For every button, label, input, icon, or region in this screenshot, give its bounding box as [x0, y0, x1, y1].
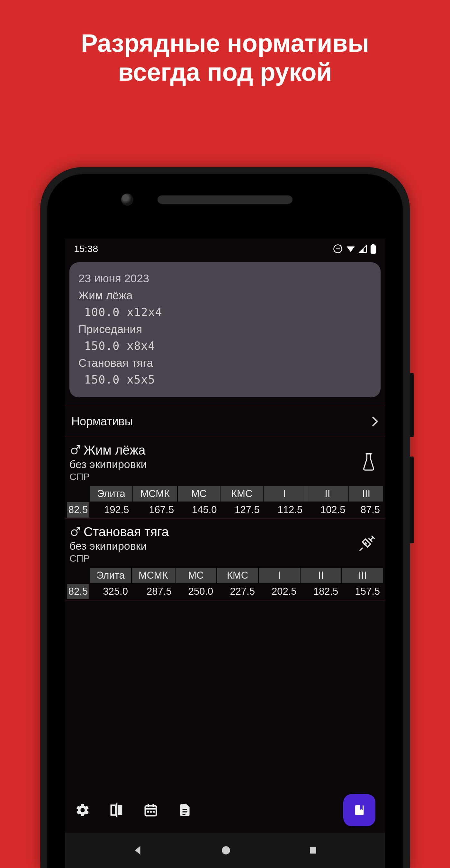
lift-federation: СПР: [69, 553, 358, 564]
phone-frame: 15:38 23 июня 2023 Жим лёжа 100.0 x12x4 …: [40, 167, 410, 868]
standard-value: 182.5: [300, 584, 342, 599]
app-screen: 15:38 23 июня 2023 Жим лёжа 100.0 x12x4 …: [65, 239, 385, 868]
grade-header: КМС: [217, 568, 258, 583]
lift-subtitle: без экипировки: [69, 458, 361, 471]
table-row: 82.5 325.0 287.5 250.0 227.5 202.5 182.5…: [67, 584, 383, 599]
workout-set: 150.0 x8x4: [78, 338, 372, 354]
status-time: 15:38: [74, 243, 98, 254]
table-header-row: Элита МСМК МС КМС I II III: [67, 568, 383, 583]
svg-line-13: [365, 542, 366, 544]
standard-value: 127.5: [221, 502, 263, 518]
status-icons: [333, 244, 376, 254]
grade-header: I: [259, 568, 300, 583]
standard-value: 157.5: [342, 584, 383, 599]
svg-rect-11: [362, 539, 371, 547]
camera: [121, 193, 133, 206]
lift-title: Становая тяга: [84, 525, 169, 539]
standard-value: 87.5: [349, 502, 383, 518]
grade-header: Элита: [90, 486, 132, 501]
back-icon[interactable]: [132, 844, 144, 856]
gear-icon: [75, 803, 90, 817]
workout-card[interactable]: 23 июня 2023 Жим лёжа 100.0 x12x4 Присед…: [69, 262, 381, 397]
grade-header: МС: [175, 568, 217, 583]
system-nav: [65, 833, 385, 868]
earpiece: [158, 195, 292, 204]
grade-header: КМС: [221, 486, 263, 501]
grade-header: МСМК: [132, 568, 175, 583]
standards-label: Нормативы: [71, 415, 133, 428]
lift-subtitle: без экипировки: [69, 540, 358, 552]
grade-header: Элита: [90, 568, 131, 583]
lift-block[interactable]: Становая тяга без экипировки СПР Элита М…: [65, 519, 385, 600]
phone-inner: 15:38 23 июня 2023 Жим лёжа 100.0 x12x4 …: [47, 174, 403, 868]
standard-value: 325.0: [90, 584, 131, 599]
document-icon: [178, 803, 192, 817]
svg-rect-3: [371, 245, 376, 254]
side-button: [410, 373, 414, 437]
standards-table: Элита МСМК МС КМС I II III 82.5 192.5 16…: [66, 486, 384, 518]
calendar-button[interactable]: [143, 802, 159, 818]
syringe-icon: [358, 534, 376, 552]
standard-value: 102.5: [306, 502, 348, 518]
grade-header: II: [300, 568, 342, 583]
svg-line-7: [76, 528, 80, 531]
compare-button[interactable]: [109, 802, 125, 818]
grade-header: II: [306, 486, 348, 501]
standard-value: 250.0: [175, 584, 217, 599]
promo-line1: Разрядные нормативы: [81, 29, 369, 57]
standards-row[interactable]: Нормативы: [65, 406, 385, 437]
notes-button[interactable]: [177, 802, 193, 818]
grade-header: МСМК: [133, 486, 178, 501]
standard-value: 287.5: [132, 584, 175, 599]
standard-value: 192.5: [90, 502, 132, 518]
workout-set: 150.0 x5x5: [78, 371, 372, 389]
grade-header: I: [264, 486, 306, 501]
standard-value: 202.5: [259, 584, 300, 599]
weight-class: 82.5: [67, 584, 89, 599]
promo-line2: всегда под рукой: [118, 58, 332, 86]
calendar-icon: [143, 803, 158, 817]
compare-icon: [109, 803, 124, 817]
status-bar: 15:38: [65, 239, 385, 259]
home-icon[interactable]: [221, 845, 231, 856]
flask-icon: [361, 453, 376, 471]
lift-federation: СПР: [69, 471, 361, 482]
lift-title: Жим лёжа: [84, 443, 145, 458]
settings-button[interactable]: [74, 802, 91, 818]
recents-icon[interactable]: [308, 845, 318, 855]
chevron-right-icon: [372, 416, 379, 427]
standard-value: 167.5: [133, 502, 178, 518]
svg-rect-18: [145, 806, 157, 816]
svg-point-26: [222, 846, 230, 855]
standard-value: 227.5: [217, 584, 258, 599]
bottom-nav: [65, 791, 385, 830]
grade-header: III: [349, 486, 383, 501]
svg-line-12: [360, 548, 362, 550]
workout-exercise: Приседания: [78, 321, 372, 338]
dnd-icon: [333, 244, 343, 254]
promo-title: Разрядные нормативы всегда под рукой: [0, 0, 450, 87]
standard-value: 112.5: [264, 502, 306, 518]
lift-block[interactable]: Жим лёжа без экипировки СПР Элита МСМК: [65, 437, 385, 519]
svg-rect-22: [147, 811, 149, 813]
signal-icon: [359, 245, 367, 253]
workout-exercise: Становая тяга: [78, 354, 372, 372]
workout-set: 100.0 x12x4: [78, 304, 372, 321]
side-button: [410, 457, 414, 543]
svg-rect-23: [150, 811, 152, 813]
standard-value: 145.0: [178, 502, 220, 518]
svg-rect-2: [372, 244, 375, 245]
svg-line-9: [371, 537, 373, 539]
battery-icon: [370, 244, 376, 254]
bookmark-icon: [353, 804, 366, 816]
standards-table: Элита МСМК МС КМС I II III 82.5 325.0 28…: [66, 567, 384, 600]
workout-date: 23 июня 2023: [78, 270, 372, 287]
svg-rect-15: [111, 805, 116, 815]
table-row: 82.5 192.5 167.5 145.0 127.5 112.5 102.5…: [67, 502, 383, 518]
male-icon: [69, 444, 81, 456]
svg-rect-16: [118, 805, 122, 815]
table-header-row: Элита МСМК МС КМС I II III: [67, 486, 383, 501]
weight-class: 82.5: [67, 502, 89, 518]
standards-fab[interactable]: [343, 794, 376, 826]
svg-rect-27: [310, 847, 316, 854]
